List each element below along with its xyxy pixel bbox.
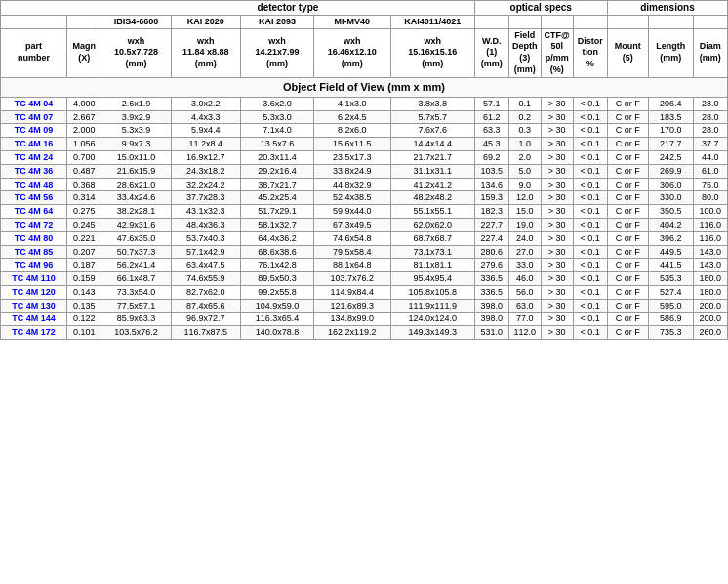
- ibis-header: IBIS4-6600: [101, 16, 171, 29]
- table-cell: 5.9x4.4: [171, 124, 240, 138]
- table-cell: 15.0x11.0: [101, 150, 171, 164]
- table-cell: 16.9x12.7: [171, 150, 240, 164]
- distortion-header: Distortion%: [573, 28, 607, 77]
- table-cell: 227.4: [474, 231, 508, 245]
- table-cell: 9.0: [508, 178, 541, 191]
- table-cell: 111.9x111.9: [390, 299, 474, 313]
- table-cell: 28.0: [693, 124, 727, 138]
- magn-header: Magn(X): [67, 28, 101, 77]
- table-cell: 0.314: [67, 191, 101, 205]
- table-cell: 735.3: [648, 326, 693, 340]
- table-cell: 6.2x4.5: [313, 110, 390, 124]
- table-cell: 330.0: [648, 191, 693, 205]
- table-cell: 0.2: [508, 110, 541, 124]
- table-cell: 96.9x72.7: [171, 313, 240, 326]
- empty-cell-2: [67, 16, 101, 29]
- table-cell: 336.5: [474, 285, 508, 299]
- table-row: TC 4M 640.27538.2x28.143.1x32.351.7x29.1…: [1, 205, 728, 219]
- table-cell: 73.3x54.0: [101, 285, 171, 299]
- table-cell: TC 4M 36: [1, 164, 67, 178]
- table-cell: 306.0: [648, 178, 693, 191]
- table-cell: 64.4x36.2: [241, 231, 314, 245]
- table-cell: 134.6: [474, 178, 508, 191]
- table-cell: 124.0x124.0: [390, 313, 474, 326]
- table-cell: 0.3: [508, 124, 541, 138]
- table-cell: 279.6: [474, 259, 508, 272]
- table-cell: TC 4M 96: [1, 259, 67, 272]
- table-cell: TC 4M 110: [1, 272, 67, 286]
- table-cell: 336.5: [474, 272, 508, 286]
- table-row: TC 4M 044.0002.6x1.93.0x2.23.6x2.04.1x3.…: [1, 97, 728, 110]
- table-cell: 33.8x24.9: [313, 164, 390, 178]
- table-cell: 103.5x76.2: [101, 326, 171, 340]
- table-cell: 1.056: [67, 138, 101, 151]
- table-cell: > 30: [541, 178, 573, 191]
- table-cell: 449.5: [648, 245, 693, 259]
- table-cell: 47.6x35.0: [101, 231, 171, 245]
- table-cell: 134.8x99.0: [313, 313, 390, 326]
- table-cell: 0.122: [67, 313, 101, 326]
- table-cell: 5.0: [508, 164, 541, 178]
- table-cell: 103.5: [474, 164, 508, 178]
- table-cell: 0.159: [67, 272, 101, 286]
- empty-cell-8: [648, 16, 693, 29]
- table-cell: C or F: [607, 218, 648, 231]
- empty-cell-4: [508, 16, 541, 29]
- table-cell: 162.2x119.2: [313, 326, 390, 340]
- empty-cell-9: [693, 16, 727, 29]
- table-cell: 56.2x41.4: [101, 259, 171, 272]
- table-cell: 77.0: [508, 313, 541, 326]
- table-cell: 170.0: [648, 124, 693, 138]
- optical-specs-header: optical specs: [474, 1, 607, 16]
- part-number-header: partnumber: [1, 28, 67, 77]
- table-cell: 206.4: [648, 97, 693, 110]
- table-cell: 7.6x7.6: [390, 124, 474, 138]
- table-cell: 11.2x8.4: [171, 138, 240, 151]
- table-row: TC 4M 850.20750.7x37.357.1x42.968.6x38.6…: [1, 245, 728, 259]
- table-cell: 8.2x6.0: [313, 124, 390, 138]
- table-cell: 12.0: [508, 191, 541, 205]
- table-cell: 2.0: [508, 150, 541, 164]
- table-cell: 140.0x78.8: [241, 326, 314, 340]
- table-cell: 3.0x2.2: [171, 97, 240, 110]
- table-cell: 57.1: [474, 97, 508, 110]
- table-cell: > 30: [541, 191, 573, 205]
- table-cell: C or F: [607, 299, 648, 313]
- table-cell: 33.0: [508, 259, 541, 272]
- table-cell: C or F: [607, 191, 648, 205]
- table-cell: > 30: [541, 138, 573, 151]
- table-cell: 535.3: [648, 272, 693, 286]
- table-cell: 4.4x3.3: [171, 110, 240, 124]
- table-cell: 0.143: [67, 285, 101, 299]
- table-cell: < 0.1: [573, 178, 607, 191]
- table-cell: TC 4M 04: [1, 97, 67, 110]
- table-cell: 45.3: [474, 138, 508, 151]
- table-cell: 67.3x49.5: [313, 218, 390, 231]
- kai4011-header: KAI4011/4021: [390, 16, 474, 29]
- table-cell: 0.221: [67, 231, 101, 245]
- table-cell: 15.6x11.5: [313, 138, 390, 151]
- table-cell: 441.5: [648, 259, 693, 272]
- table-cell: 5.3x3.9: [101, 124, 171, 138]
- table-cell: 1.0: [508, 138, 541, 151]
- table-cell: 2.000: [67, 124, 101, 138]
- table-cell: TC 4M 72: [1, 218, 67, 231]
- table-row: TC 4M 1100.15966.1x48.774.6x55.989.5x50.…: [1, 272, 728, 286]
- table-row: TC 4M 480.36828.6x21.032.2x24.238.7x21.7…: [1, 178, 728, 191]
- table-cell: 116.0: [693, 231, 727, 245]
- table-cell: 68.6x38.6: [241, 245, 314, 259]
- table-cell: 180.0: [693, 272, 727, 286]
- table-cell: 48.4x36.3: [171, 218, 240, 231]
- wxh-ibis-header: wxh10.5x7.728(mm): [101, 28, 171, 77]
- table-cell: C or F: [607, 272, 648, 286]
- empty-header: [1, 1, 101, 16]
- table-cell: 57.1x42.9: [171, 245, 240, 259]
- kai2093-header: KAI 2093: [241, 16, 314, 29]
- table-cell: C or F: [607, 124, 648, 138]
- table-cell: 85.9x63.3: [101, 313, 171, 326]
- table-cell: < 0.1: [573, 124, 607, 138]
- table-cell: < 0.1: [573, 150, 607, 164]
- table-cell: 82.7x62.0: [171, 285, 240, 299]
- table-cell: 63.3: [474, 124, 508, 138]
- table-cell: 531.0: [474, 326, 508, 340]
